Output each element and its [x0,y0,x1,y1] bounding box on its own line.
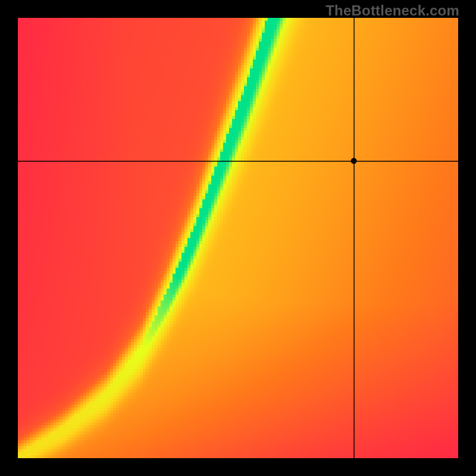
bottleneck-heatmap [0,0,476,476]
watermark-text: TheBottleneck.com [325,2,459,19]
chart-container: TheBottleneck.com [0,0,476,476]
